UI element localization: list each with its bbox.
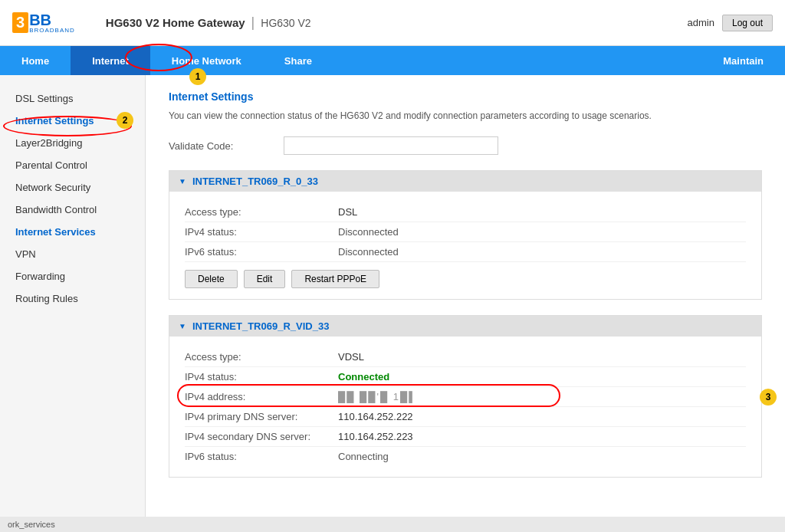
header-divider: | bbox=[251, 15, 255, 31]
field-label: IPv4 status: bbox=[185, 371, 338, 383]
nav-item-home[interactable]: Home bbox=[0, 46, 71, 75]
field-label: IPv4 status: bbox=[185, 226, 338, 238]
validate-label: Validate Code: bbox=[169, 140, 284, 152]
page-title: Internet Settings bbox=[169, 90, 762, 103]
field-value-dns-primary: 110.164.252.222 bbox=[338, 411, 413, 422]
header: 3 BB BROADBAND HG630 V2 Home Gateway | H… bbox=[0, 0, 785, 46]
field-row: IPv6 status: Disconnected bbox=[185, 242, 746, 262]
field-row: IPv4 primary DNS server: 110.164.252.222 bbox=[185, 407, 746, 427]
nav-item-home-network[interactable]: Home Network bbox=[150, 46, 263, 75]
field-label: IPv6 status: bbox=[185, 246, 338, 258]
sidebar-item-routing-rules[interactable]: Routing Rules bbox=[0, 287, 145, 310]
delete-button-1[interactable]: Delete bbox=[185, 270, 238, 288]
header-subtitle: HG630 V2 bbox=[261, 17, 310, 29]
field-row: Access type: VDSL bbox=[185, 347, 746, 367]
header-right: admin Log out bbox=[688, 15, 773, 31]
annotation-3: 3 bbox=[760, 389, 777, 406]
field-value: DSL bbox=[338, 206, 357, 218]
validate-input[interactable] bbox=[284, 136, 498, 155]
restart-pppoe-button-1[interactable]: Restart PPPoE bbox=[291, 270, 379, 288]
section-title-1: INTERNET_TR069_R_0_33 bbox=[192, 176, 318, 187]
field-label: IPv6 status: bbox=[185, 451, 338, 462]
field-value-ipv4-status-2: Connected bbox=[338, 371, 389, 383]
sidebar-item-network-security[interactable]: Network Security bbox=[0, 176, 145, 199]
section-header-1[interactable]: ▼ INTERNET_TR069_R_0_33 bbox=[169, 171, 761, 192]
nav-item-maintain[interactable]: Maintain bbox=[701, 46, 785, 75]
sidebar-item-layer2bridging[interactable]: Layer2Bridging bbox=[0, 132, 145, 154]
sidebar-item-bandwidth-control[interactable]: Bandwidth Control bbox=[0, 199, 145, 221]
field-value-access-type-2: VDSL bbox=[338, 351, 364, 363]
logout-button[interactable]: Log out bbox=[722, 15, 773, 31]
arrow-icon-2: ▼ bbox=[179, 322, 186, 330]
field-value-dns-secondary: 110.164.252.223 bbox=[338, 431, 413, 442]
field-label: Access type: bbox=[185, 206, 338, 218]
status-text: ork_services bbox=[8, 520, 55, 529]
arrow-icon-1: ▼ bbox=[179, 177, 186, 186]
annotation-1: 1 bbox=[189, 68, 206, 85]
status-bar: ork_services bbox=[0, 517, 785, 532]
field-row: IPv4 status: Disconnected bbox=[185, 222, 746, 242]
field-value-ipv6-status-2: Connecting bbox=[338, 451, 389, 462]
sidebar-item-parental-control[interactable]: Parental Control bbox=[0, 154, 145, 176]
section-title-2: INTERNET_TR069_R_VID_33 bbox=[192, 320, 329, 332]
page-desc: You can view the connection status of th… bbox=[169, 110, 762, 121]
edit-button-1[interactable]: Edit bbox=[244, 270, 286, 288]
validate-row: Validate Code: bbox=[169, 136, 762, 155]
logo-broadband: BROADBAND bbox=[29, 28, 75, 34]
sidebar-item-internet-services[interactable]: Internet Services bbox=[0, 221, 145, 243]
button-row-1: Delete Edit Restart PPPoE bbox=[185, 270, 746, 288]
nav-item-share[interactable]: Share bbox=[263, 46, 333, 75]
logo-3: 3 bbox=[12, 12, 28, 33]
sidebar-item-dsl-settings[interactable]: DSL Settings bbox=[0, 87, 145, 110]
field-label: Access type: bbox=[185, 351, 338, 363]
sidebar-item-vpn[interactable]: VPN bbox=[0, 243, 145, 265]
field-value-ipv6-status-1: Disconnected bbox=[338, 246, 399, 258]
logo-bb: BB bbox=[29, 12, 75, 28]
section-body-1: Access type: DSL IPv4 status: Disconnect… bbox=[169, 192, 761, 299]
sidebar: DSL Settings Internet Settings Layer2Bri… bbox=[0, 75, 146, 532]
section-internet-tr069-r-0-33: ▼ INTERNET_TR069_R_0_33 Access type: DSL… bbox=[169, 170, 762, 300]
section-body-2: Access type: VDSL IPv4 status: Connected… bbox=[169, 337, 761, 477]
sidebar-item-forwarding[interactable]: Forwarding bbox=[0, 265, 145, 287]
field-value-ipv4-status-1: Disconnected bbox=[338, 226, 399, 238]
field-value-ipv4-addr: ██ ██'█ 1█▌ bbox=[338, 391, 417, 402]
ipv4-address-row: IPv4 address: ██ ██'█ 1█▌ 3 bbox=[185, 387, 746, 407]
field-row: IPv4 status: Connected bbox=[185, 367, 746, 387]
field-label: IPv4 primary DNS server: bbox=[185, 411, 338, 422]
main-layout: DSL Settings Internet Settings Layer2Bri… bbox=[0, 75, 785, 532]
annotation-2: 2 bbox=[117, 112, 133, 129]
section-internet-tr069-r-vid-33: ▼ INTERNET_TR069_R_VID_33 Access type: V… bbox=[169, 315, 762, 478]
field-row: IPv4 secondary DNS server: 110.164.252.2… bbox=[185, 427, 746, 447]
field-row: Access type: DSL bbox=[185, 202, 746, 222]
nav-bar: Home Internet Home Network Share Maintai… bbox=[0, 46, 785, 75]
header-title: HG630 V2 Home Gateway bbox=[98, 16, 245, 29]
logo: 3 BB BROADBAND bbox=[12, 12, 75, 34]
field-label-ipv4-addr: IPv4 address: bbox=[185, 391, 338, 402]
field-row: IPv6 status: Connecting bbox=[185, 447, 746, 466]
admin-label: admin bbox=[688, 17, 714, 28]
field-label: IPv4 secondary DNS server: bbox=[185, 431, 338, 442]
content-area: Internet Settings You can view the conne… bbox=[146, 75, 785, 532]
section-header-2[interactable]: ▼ INTERNET_TR069_R_VID_33 bbox=[169, 316, 761, 337]
nav-item-internet[interactable]: Internet bbox=[71, 46, 150, 75]
